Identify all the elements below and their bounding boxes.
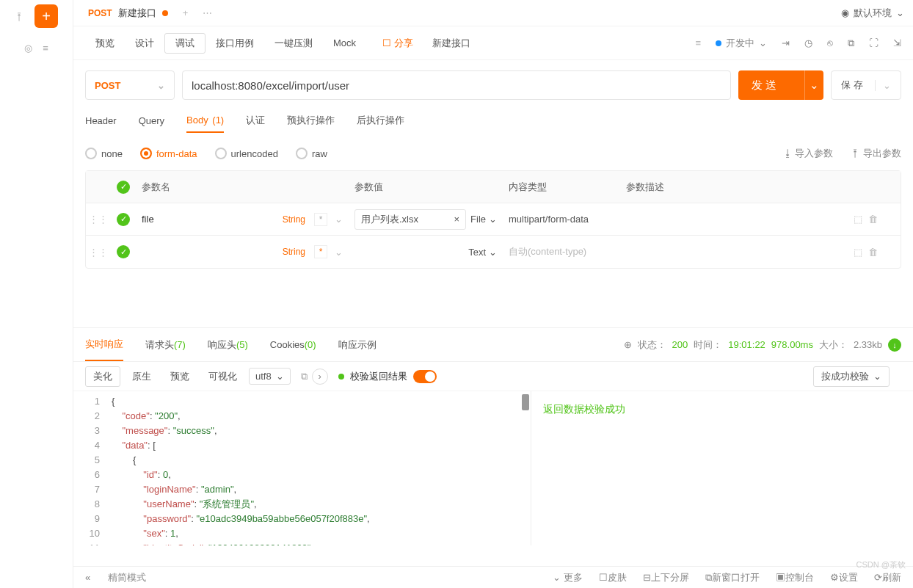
check-all-icon[interactable]: ✓ [117,181,130,194]
value-type-select[interactable]: Text ⌄ [468,247,497,258]
chevron-down-icon[interactable]: ⌄ [335,214,343,225]
tab-post[interactable]: 后执行操作 [357,114,404,133]
method-select[interactable]: POST⌄ [85,70,175,100]
dev-status[interactable]: 开发中⌄ [716,37,767,50]
more-tabs-icon[interactable]: ⋯ [203,7,212,18]
type-tag[interactable]: String [283,214,305,225]
drag-handle-icon[interactable]: ⋮⋮ [86,247,111,258]
row-check-icon[interactable]: ✓ [117,245,130,258]
content-type-input[interactable]: 自动(content-type) [503,245,620,258]
chevron-down-icon[interactable]: ⌄ [335,247,343,258]
clock-icon[interactable]: ◷ [804,37,812,48]
required-toggle[interactable]: * [314,213,327,226]
radio-none[interactable]: none [85,148,123,159]
tab-header[interactable]: Header [85,115,117,132]
tab-query[interactable]: Query [139,115,164,132]
send-button[interactable]: 发 送⌄ [738,70,823,100]
tab-active[interactable]: POST 新建接口 [81,7,175,20]
subnav-preview[interactable]: 预览 [85,37,125,50]
encoding-select[interactable]: utf8⌄ [249,368,291,385]
skin-button[interactable]: ☐皮肤 [599,571,627,584]
filter-icon[interactable]: ≡ [43,43,48,54]
subnav-mock[interactable]: Mock [323,37,366,48]
resh-cnt: (5) [236,339,248,350]
type-tag[interactable]: String [283,247,305,257]
import-params[interactable]: ⭳ 导入参数 [783,147,834,160]
tool-visual[interactable]: 可视化 [201,367,244,386]
tool-preview[interactable]: 预览 [163,367,197,386]
resp-tab-reqh[interactable]: 请求头(7) [145,330,186,360]
settings-button[interactable]: ⚙设置 [830,571,858,584]
delete-icon[interactable]: 🗑 [868,214,878,225]
validate-mode-select[interactable]: 按成功校验⌄ [813,366,890,387]
tab-body[interactable]: Body (1) [186,115,224,133]
resp-tab-live[interactable]: 实时响应 [85,329,123,361]
share-button[interactable]: ☐ 分享 [374,37,422,50]
more-button[interactable]: ⌄ 更多 [553,571,583,584]
resp-tab-cookies[interactable]: Cookies(0) [270,330,316,359]
radio-urlenc-label: urlencoded [231,148,278,159]
code-lines: { "code": "200", "message": "success", "… [106,391,373,545]
tab-auth[interactable]: 认证 [246,114,265,133]
split-button[interactable]: ⊟上下分屏 [643,571,689,584]
new-api-input[interactable]: 新建接口 [432,37,470,50]
new-window-button[interactable]: ⧉新窗口打开 [705,571,760,584]
export-icon[interactable]: ⇲ [893,37,901,48]
chevron-down-icon[interactable]: ⌄ [875,80,891,91]
export-params[interactable]: ⭱ 导出参数 [851,147,901,160]
radio-formdata[interactable]: form-data [140,148,197,159]
param-value-input[interactable]: 用户列表.xlsx× [354,209,466,230]
param-name-input[interactable]: file [142,214,154,225]
subnav-loadtest[interactable]: 一键压测 [264,37,323,50]
radio-urlencoded[interactable]: urlencoded [215,148,278,159]
lock-icon[interactable]: ⎋ [827,37,833,48]
console-button[interactable]: ▣控制台 [776,571,814,584]
copy-icon[interactable]: ⧉ [301,371,308,382]
collapse-right-icon[interactable]: › [312,369,328,385]
subnav-design[interactable]: 设计 [125,37,164,50]
drag-handle-icon[interactable]: ⋮⋮ [86,214,111,225]
col-value: 参数值 [349,181,503,194]
url-input[interactable]: localhost:8080/excel/import/user [182,70,731,100]
tab-title: 新建接口 [118,7,156,20]
tool-raw[interactable]: 原生 [125,367,159,386]
scrollbar-thumb[interactable] [522,394,529,410]
resp-tab-resh[interactable]: 响应头(5) [208,330,248,360]
radio-raw[interactable]: raw [296,148,327,159]
save-button[interactable]: 保 存⌄ [831,70,901,100]
bottom-status-bar: « 精简模式 ⌄ 更多 ☐皮肤 ⊟上下分屏 ⧉新窗口打开 ▣控制台 ⚙设置 ⟳刷… [73,566,913,588]
resp-tab-example[interactable]: 响应示例 [338,330,377,360]
tab-pre[interactable]: 预执行操作 [287,114,335,133]
subnav-cases[interactable]: 接口用例 [205,37,264,50]
add-button[interactable]: + [34,4,58,28]
clear-icon[interactable]: × [454,214,459,225]
delete-icon[interactable]: 🗑 [868,247,878,258]
download-icon[interactable]: ↓ [888,338,901,352]
subnav-debug[interactable]: 调试 [164,33,205,54]
new-tab-icon[interactable]: + [183,7,189,18]
upload-icon[interactable]: ⭱ [15,11,24,22]
chevron-down-icon[interactable]: ⌄ [804,70,823,100]
collapse-left-icon[interactable]: « [85,572,90,583]
indent-icon[interactable]: ⇥ [782,37,790,48]
cube-icon[interactable]: ⬚ [854,247,862,258]
expand-icon[interactable]: ⛶ [869,37,879,48]
target-icon[interactable]: ◎ [24,43,32,54]
mode-label[interactable]: 精简模式 [108,571,146,584]
refresh-button[interactable]: ⟳刷新 [874,571,901,584]
value-type-select[interactable]: File ⌄ [470,214,497,225]
cube-icon[interactable]: ⬚ [854,214,862,225]
collapse-icon[interactable]: ≡ [695,37,701,48]
response-body[interactable]: 1234567891011 { "code": "200", "message"… [73,391,531,545]
file-name: 用户列表.xlsx [361,213,418,226]
validate-toggle[interactable] [413,370,437,383]
tool-beautify[interactable]: 美化 [85,366,120,387]
content-type-input[interactable]: multipart/form-data [503,214,620,225]
row-check-icon[interactable]: ✓ [117,213,130,226]
radio-formdata-label: form-data [156,148,197,159]
eye-icon: ◉ [841,7,849,18]
tab-method: POST [88,8,112,18]
copy-icon[interactable]: ⧉ [848,37,854,49]
required-toggle[interactable]: * [314,245,327,258]
env-selector[interactable]: ◉ 默认环境 ⌄ [841,7,904,20]
